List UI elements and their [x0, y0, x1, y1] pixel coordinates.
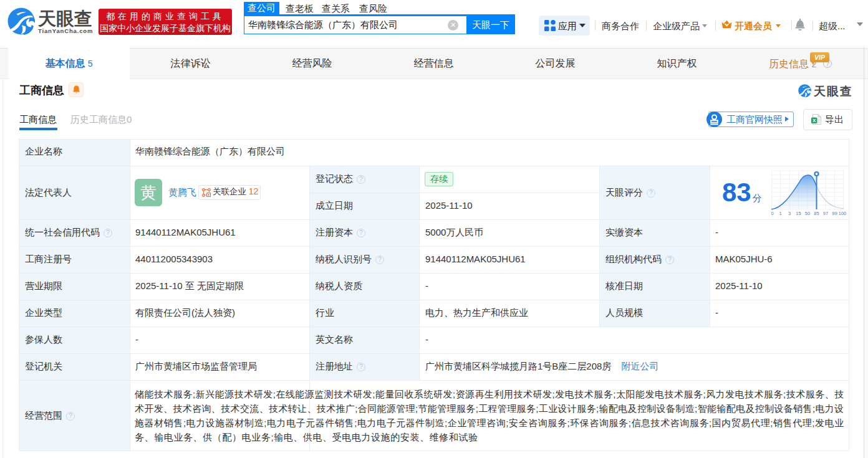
svg-text:50: 50 — [805, 211, 810, 216]
svg-text:X: X — [813, 118, 816, 123]
svg-text:99: 99 — [832, 211, 837, 216]
svg-text:100: 100 — [839, 211, 846, 216]
svg-text:1: 1 — [779, 211, 781, 216]
svg-text:15: 15 — [796, 211, 801, 216]
svg-text:0: 0 — [771, 211, 774, 216]
svg-text:85: 85 — [814, 211, 819, 216]
svg-text:97: 97 — [823, 211, 828, 216]
svg-text:3: 3 — [788, 211, 791, 216]
